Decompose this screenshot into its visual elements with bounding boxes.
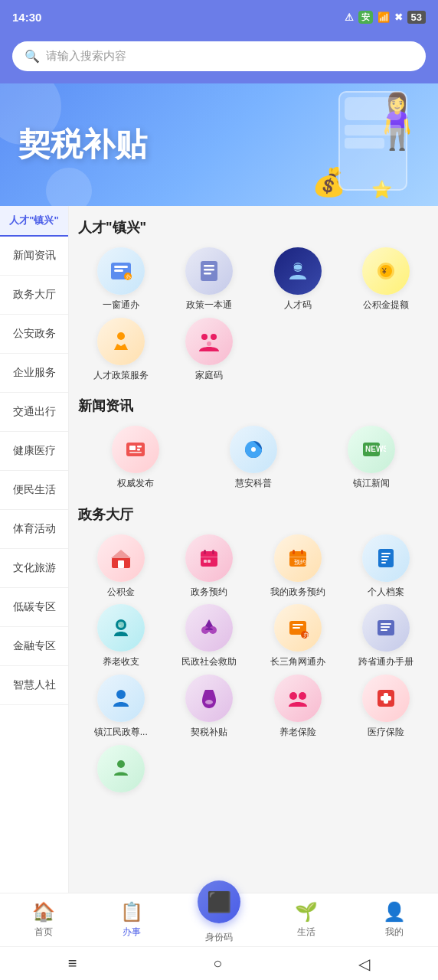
- item-wodezhengyuyue[interactable]: 预约 我的政务预约: [255, 534, 341, 599]
- item-qishui[interactable]: 契税补贴: [167, 675, 253, 739]
- svg-rect-30: [201, 551, 217, 567]
- search-input-wrap[interactable]: 🔍 请输入搜索内容: [12, 41, 426, 71]
- item-zhengyibengtong[interactable]: 政策一本通: [167, 247, 253, 312]
- svg-text:+: +: [119, 623, 122, 628]
- svg-text:¥: ¥: [381, 267, 387, 276]
- nav-life[interactable]: 🌱 生活: [263, 901, 350, 939]
- affairs-icon: 📋: [120, 901, 143, 923]
- icon-circle: [362, 534, 410, 582]
- search-placeholder: 请输入搜索内容: [46, 49, 126, 64]
- mine-icon: 👤: [383, 901, 406, 923]
- item-gerenzhuang[interactable]: 个人档案: [344, 534, 430, 599]
- status-bar: 14:30 ⚠ 安 📶 ✖ 53: [0, 0, 438, 34]
- sidebar-item-culture[interactable]: 文化旅游: [0, 549, 68, 588]
- svg-rect-19: [129, 446, 136, 450]
- home-icon: 🏠: [32, 901, 55, 923]
- item-label: 人才码: [284, 299, 312, 312]
- app-icon: 安: [358, 11, 373, 24]
- sidebar: 人才"镇兴" 新闻资讯 政务大厅 公安政务 企业服务 交通出行 健康医疗 便民生…: [0, 206, 69, 916]
- item-huiankepu[interactable]: 慧安科普: [196, 426, 311, 490]
- back-button[interactable]: ◁: [358, 955, 370, 973]
- sidebar-item-sports[interactable]: 体育活动: [0, 510, 68, 549]
- item-yichuangtongban[interactable]: 办 一窗通办: [78, 247, 164, 312]
- sidebar-item-life[interactable]: 便民生活: [0, 471, 68, 510]
- svg-text:预约: 预约: [294, 559, 306, 566]
- item-changsan[interactable]: 办 长三角网通办: [255, 604, 341, 668]
- icon-circle: [362, 604, 410, 652]
- talent-section: 人才"镇兴" 办 一窗通办 政策一本通: [78, 218, 429, 381]
- home-button[interactable]: ○: [213, 955, 222, 972]
- svg-text:办: 办: [302, 632, 309, 639]
- item-label: 权威发布: [117, 478, 154, 490]
- sidebar-header[interactable]: 人才"镇兴": [0, 206, 68, 237]
- icon-circle: [97, 318, 145, 365]
- svg-marker-28: [111, 550, 131, 558]
- banner[interactable]: 契税补贴 🧍‍♀️ 💰 ⭐: [0, 83, 438, 206]
- svg-point-63: [299, 692, 306, 700]
- item-kuasheng[interactable]: 跨省通办手册: [344, 604, 430, 668]
- svg-text:办: 办: [126, 274, 131, 279]
- status-time: 14:30: [12, 11, 41, 24]
- sidebar-item-wisdom[interactable]: 智慧人社: [0, 666, 68, 705]
- item-minzheng[interactable]: 民政社会救助: [167, 604, 253, 668]
- svg-point-62: [289, 692, 297, 700]
- nav-mine[interactable]: 👤 我的: [351, 901, 438, 939]
- item-label: 跨省通办手册: [358, 656, 413, 668]
- item-label: 慧安科普: [235, 478, 272, 490]
- hall-title: 政务大厅: [78, 505, 429, 524]
- item-label: 养老收支: [103, 656, 139, 668]
- status-icons: ⚠ 安 📶 ✖ 53: [345, 11, 426, 24]
- item-label: 人才政策服务: [93, 370, 149, 382]
- nav-affairs[interactable]: 📋 办事: [87, 901, 175, 939]
- sidebar-item-hall[interactable]: 政务大厅: [0, 276, 68, 315]
- item-jiatingma[interactable]: 家庭码: [167, 318, 253, 382]
- svg-point-17: [207, 341, 211, 346]
- item-rencaifuwu[interactable]: 人才政策服务: [78, 318, 164, 382]
- item-gjjtie[interactable]: ¥ 公积金提额: [344, 247, 430, 312]
- sidebar-item-carbon[interactable]: 低碳专区: [0, 588, 68, 627]
- svg-rect-44: [381, 559, 387, 560]
- sidebar-header-label: 人才"镇兴": [9, 214, 58, 226]
- sidebar-item-news[interactable]: 新闻资讯: [0, 237, 68, 276]
- menu-button[interactable]: ≡: [68, 955, 77, 972]
- icon-circle: [274, 247, 322, 295]
- icon-circle: [97, 675, 145, 722]
- item-zhenminzheng[interactable]: 镇江民政尊...: [78, 675, 164, 739]
- system-nav: ≡ ○ ◁: [0, 946, 438, 980]
- item-yanglaoshouzhi[interactable]: + 养老收支: [78, 604, 164, 668]
- sidebar-item-transport[interactable]: 交通出行: [0, 393, 68, 432]
- sidebar-item-finance[interactable]: 金融专区: [0, 627, 68, 666]
- svg-rect-59: [381, 629, 387, 631]
- item-label: 镇江新闻: [353, 478, 390, 490]
- sidebar-item-police[interactable]: 公安政务: [0, 315, 68, 354]
- talent-grid: 办 一窗通办 政策一本通 人才码: [78, 247, 429, 381]
- item-zhenjiangxinwen[interactable]: NEWS 镇江新闻: [314, 426, 429, 490]
- search-icon: 🔍: [25, 49, 40, 64]
- svg-rect-20: [137, 446, 142, 448]
- item-gjjin[interactable]: 公积金: [78, 534, 164, 599]
- item-extra[interactable]: [78, 745, 164, 797]
- life-icon: 🌱: [295, 901, 318, 923]
- sidebar-item-health[interactable]: 健康医疗: [0, 432, 68, 471]
- qr-button[interactable]: ⬛: [198, 880, 240, 923]
- battery-label: 53: [407, 11, 426, 24]
- icon-circle: [230, 426, 277, 473]
- signal-icon: ✖: [394, 11, 403, 23]
- sidebar-item-enterprise[interactable]: 企业服务: [0, 354, 68, 393]
- icon-circle: [185, 318, 233, 365]
- svg-rect-22: [129, 452, 142, 453]
- item-quanweifabu[interactable]: 权威发布: [78, 426, 193, 490]
- item-rencaima[interactable]: 人才码: [255, 247, 341, 312]
- nav-home[interactable]: 🏠 首页: [0, 901, 87, 939]
- nav-life-label: 生活: [297, 926, 315, 939]
- icon-circle: 预约: [274, 534, 322, 582]
- svg-rect-37: [293, 550, 295, 554]
- news-section: 新闻资讯 权威发布 慧安科普 NEWS: [78, 397, 429, 490]
- item-yanglaobao[interactable]: 养老保险: [255, 675, 341, 739]
- nav-qrcode[interactable]: ⬛ 身份码: [175, 896, 263, 944]
- icon-circle: [97, 534, 145, 582]
- item-zhengyuyue[interactable]: 政务预约: [167, 534, 253, 599]
- svg-rect-42: [381, 553, 391, 554]
- svg-point-60: [116, 690, 126, 699]
- item-yiliaobao[interactable]: 医疗保险: [344, 675, 430, 739]
